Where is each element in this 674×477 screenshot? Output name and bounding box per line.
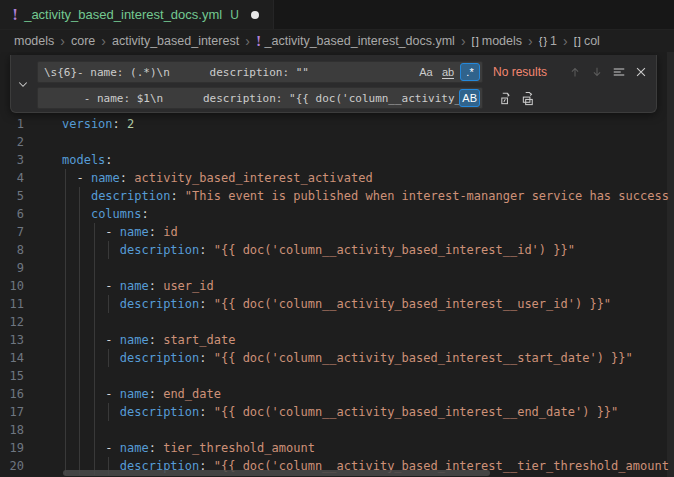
code-token: : — [170, 189, 184, 203]
code-token: name — [120, 387, 149, 401]
code-token: : — [149, 279, 163, 293]
code-token: - — [62, 279, 120, 293]
chevron-right-icon: › — [101, 34, 106, 48]
find-input[interactable]: \s{6}- name: (.*)\n description: "" Aa a… — [37, 61, 483, 83]
next-match-button[interactable] — [586, 61, 608, 83]
code-line[interactable]: 6 columns: — [0, 205, 674, 223]
indent-guide — [94, 295, 95, 313]
code-line[interactable]: 2 — [0, 133, 674, 151]
code-token: name — [120, 279, 149, 293]
whole-word-label: ab — [442, 66, 454, 79]
tab-active-file[interactable]: ! _activity_based_interest_docs.yml U — [0, 0, 274, 29]
code-line[interactable]: 18 — [0, 421, 674, 439]
code-line[interactable]: 17 description: "{{ doc('column__activit… — [0, 403, 674, 421]
indent-guide — [94, 241, 95, 259]
code-token: : — [149, 333, 163, 347]
code-area[interactable]: 1version: 223models:4 - name: activity_b… — [0, 115, 674, 475]
breadcrumb-label: col — [584, 34, 600, 48]
code-token: "{{ doc('column__activity_based_interest… — [214, 405, 619, 419]
code-line[interactable]: 1version: 2 — [0, 115, 674, 133]
code-line[interactable]: 15 — [0, 367, 674, 385]
code-token: activity_based_interest_activated — [134, 171, 372, 185]
replace-all-button[interactable] — [517, 87, 539, 109]
replace-input[interactable]: - name: $1\n description: "{{ doc('colum… — [37, 87, 483, 109]
code-token: - — [62, 225, 120, 239]
code-line[interactable]: 12 — [0, 313, 674, 331]
code-line[interactable]: 11 description: "{{ doc('column__activit… — [0, 295, 674, 313]
breadcrumb-item[interactable]: models — [14, 34, 54, 48]
indent-guide — [94, 331, 95, 349]
code-line[interactable]: 13 - name: start_date — [0, 331, 674, 349]
symbol-icon: [ ] — [472, 35, 478, 47]
breadcrumb-item[interactable]: core — [71, 34, 95, 48]
code-line[interactable]: 16 - name: end_date — [0, 385, 674, 403]
dirty-indicator-dot[interactable] — [251, 11, 259, 19]
code-token: 2 — [127, 117, 134, 131]
indent-guide — [94, 439, 95, 457]
indent-guide — [65, 169, 66, 187]
horizontal-scrollbar[interactable] — [63, 470, 490, 476]
code-token: : — [105, 153, 112, 167]
close-button[interactable] — [630, 61, 652, 83]
editor-pane[interactable]: 1version: 223models:4 - name: activity_b… — [0, 52, 674, 477]
line-number: 14 — [0, 349, 24, 367]
line-number: 6 — [0, 205, 24, 223]
breadcrumb-label: models — [14, 34, 54, 48]
breadcrumb-item[interactable]: activity_based_interest — [112, 34, 239, 48]
code-token: : — [120, 171, 134, 185]
code-token — [62, 189, 91, 203]
breadcrumb-item[interactable]: { }1 — [539, 34, 557, 48]
code-token: columns — [91, 207, 142, 221]
indent-guide — [94, 313, 95, 331]
replace-text: - name: $1\n description: "{{ doc('colum… — [38, 92, 459, 105]
preserve-case-toggle[interactable]: AB — [459, 89, 480, 107]
line-number: 9 — [0, 259, 24, 277]
code-token: description — [120, 405, 199, 419]
code-line[interactable]: 5 description: "This event is published … — [0, 187, 674, 205]
toggle-replace-chevron[interactable] — [11, 55, 35, 112]
code-token: : — [149, 441, 163, 455]
indent-guide — [65, 241, 66, 259]
breadcrumb-label: 1 — [550, 34, 557, 48]
match-case-toggle[interactable]: Aa — [416, 63, 436, 81]
code-token: name — [91, 171, 120, 185]
code-line[interactable]: 7 - name: id — [0, 223, 674, 241]
whole-word-toggle[interactable]: ab — [438, 63, 458, 81]
code-token — [62, 243, 120, 257]
indent-guide — [65, 331, 66, 349]
breadcrumb-item[interactable]: [ ]col — [574, 34, 600, 48]
code-line[interactable]: 8 description: "{{ doc('column__activity… — [0, 241, 674, 259]
breadcrumb-item[interactable]: [ ]models — [472, 34, 522, 48]
replace-button[interactable] — [495, 87, 517, 109]
find-results-count: No results — [493, 65, 547, 79]
code-line[interactable]: 14 description: "{{ doc('column__activit… — [0, 349, 674, 367]
indent-guide — [79, 331, 80, 349]
code-token: name — [120, 225, 149, 239]
code-token: name — [120, 441, 149, 455]
indent-guide — [65, 295, 66, 313]
previous-match-button[interactable] — [564, 61, 586, 83]
code-token: - — [62, 171, 91, 185]
indent-guide — [65, 223, 66, 241]
indent-guide — [65, 439, 66, 457]
indent-guide — [65, 349, 66, 367]
code-token: "{{ doc('column__activity_based_interest… — [214, 297, 611, 311]
code-token: name — [120, 333, 149, 347]
code-line[interactable]: 3models: — [0, 151, 674, 169]
regex-toggle[interactable]: .* — [460, 63, 480, 81]
code-line[interactable]: 19 - name: tier_threshold_amount — [0, 439, 674, 457]
breadcrumb-item[interactable]: !_activity_based_interest_docs.yml — [256, 34, 455, 49]
line-number: 18 — [0, 421, 24, 439]
yaml-file-icon: ! — [256, 34, 261, 49]
find-in-selection-button[interactable] — [608, 61, 630, 83]
code-line[interactable]: 4 - name: activity_based_interest_activa… — [0, 169, 674, 187]
code-line[interactable]: 9 — [0, 259, 674, 277]
indent-guide — [65, 313, 66, 331]
code-line[interactable]: 10 - name: user_id — [0, 277, 674, 295]
line-number: 19 — [0, 439, 24, 457]
code-token: "{{ doc('column__activity_based_interest… — [214, 243, 575, 257]
indent-guide — [94, 349, 95, 367]
code-token: : — [199, 297, 213, 311]
line-number: 8 — [0, 241, 24, 259]
line-number: 11 — [0, 295, 24, 313]
